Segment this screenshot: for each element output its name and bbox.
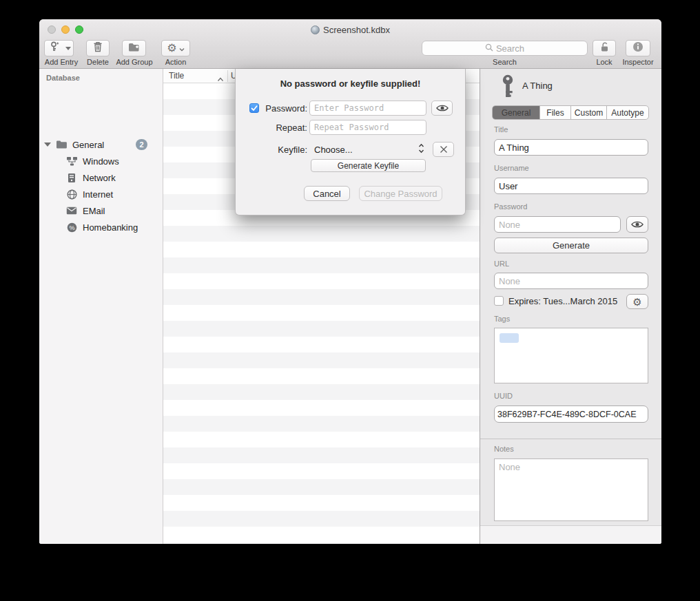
- notes-label: Notes: [494, 445, 514, 453]
- password-input[interactable]: [309, 101, 426, 116]
- sidebar-item-label: Network: [83, 173, 116, 183]
- delete-button[interactable]: [86, 40, 110, 56]
- uuid-field[interactable]: [494, 405, 648, 423]
- titlebar: Screenshot.kdbx: [39, 23, 661, 36]
- add-group-label: Add Group: [112, 58, 156, 66]
- sidebar-item-label: General: [72, 140, 104, 150]
- cancel-button[interactable]: Cancel: [304, 186, 350, 201]
- sidebar-header: Database: [46, 74, 80, 82]
- lock-button[interactable]: [593, 40, 616, 56]
- sidebar-item-network[interactable]: Network: [39, 171, 163, 184]
- app-window: Screenshot.kdbx Add Entry Delete Add Gro…: [39, 19, 661, 544]
- sidebar-item-homebanking[interactable]: % Homebanking: [39, 220, 163, 234]
- uuid-label: UUID: [494, 392, 513, 400]
- keyfile-popup[interactable]: Choose...: [314, 145, 353, 155]
- tags-box[interactable]: [494, 328, 648, 383]
- info-icon: [632, 41, 644, 55]
- lock-label: Lock: [588, 58, 621, 66]
- username-label: Username: [494, 164, 529, 172]
- key-icon: [500, 74, 515, 101]
- delete-label: Delete: [81, 58, 115, 66]
- key-plus-icon: [48, 41, 59, 55]
- add-entry-button[interactable]: [44, 40, 63, 56]
- tag-pill[interactable]: [500, 333, 519, 343]
- action-button[interactable]: ⚙: [161, 40, 190, 56]
- clear-keyfile-button[interactable]: [433, 142, 454, 157]
- percent-circle-icon: %: [65, 222, 78, 233]
- column-divider[interactable]: [227, 70, 228, 82]
- popup-stepper-icon[interactable]: [418, 143, 424, 156]
- entry-count-badge: 2: [136, 139, 147, 150]
- caret-down-icon: [65, 47, 71, 50]
- expires-checkbox[interactable]: [494, 296, 504, 306]
- inspector-button[interactable]: [626, 40, 650, 56]
- tab-general[interactable]: General: [493, 106, 540, 119]
- repeat-label: Repeat:: [262, 123, 307, 133]
- window-title: Screenshot.kdbx: [323, 25, 390, 35]
- action-label: Action: [161, 58, 190, 66]
- sidebar-item-email[interactable]: EMail: [39, 204, 163, 218]
- gear-icon: ⚙: [167, 43, 176, 54]
- password-label: Password: [494, 202, 527, 211]
- password-label: Password:: [262, 103, 307, 114]
- chevron-down-icon: [177, 42, 185, 54]
- sheet-message: No password or keyfile supplied!: [236, 78, 465, 89]
- tab-files[interactable]: Files: [540, 106, 571, 119]
- add-entry-dropdown-button[interactable]: [63, 40, 74, 56]
- tab-custom[interactable]: Custom: [571, 106, 607, 119]
- expires-label: Expires: Tues...March 2015: [508, 296, 617, 306]
- sidebar: Database General 2 Windows Network: [39, 69, 163, 544]
- svg-text:%: %: [69, 224, 74, 231]
- inspector-panel: A Thing General Files Custom Autotype Ti…: [480, 69, 661, 544]
- title-label: Title: [494, 125, 508, 134]
- check-icon: [251, 105, 258, 112]
- url-label: URL: [494, 260, 509, 268]
- sidebar-item-windows[interactable]: Windows: [39, 154, 163, 168]
- envelope-icon: [65, 205, 78, 216]
- change-password-sheet: No password or keyfile supplied! Passwor…: [235, 69, 466, 215]
- inspector-divider: [480, 439, 661, 439]
- generate-password-button[interactable]: Generate: [494, 238, 648, 253]
- repeat-input[interactable]: [309, 120, 426, 135]
- search-input[interactable]: Search: [422, 41, 588, 56]
- document-proxy-icon: [311, 25, 320, 34]
- entry-title: A Thing: [522, 81, 553, 91]
- gear-icon: ⚙: [632, 297, 641, 307]
- sidebar-item-label: EMail: [83, 206, 105, 216]
- password-input[interactable]: [494, 216, 621, 233]
- inspector-footer: [480, 525, 661, 544]
- reveal-password-button[interactable]: [626, 216, 648, 233]
- disclosure-triangle-icon[interactable]: [44, 143, 51, 147]
- tags-label: Tags: [494, 315, 510, 323]
- trash-icon: [93, 41, 103, 55]
- window-chrome: Screenshot.kdbx Add Entry Delete Add Gro…: [39, 19, 661, 69]
- windows-network-icon: [65, 156, 78, 167]
- keyfile-label: Keyfile:: [262, 145, 307, 155]
- add-group-button[interactable]: [122, 40, 146, 56]
- add-entry-label: Add Entry: [41, 58, 82, 66]
- expires-settings-button[interactable]: ⚙: [626, 294, 648, 309]
- eye-icon: [631, 220, 644, 229]
- column-header-title[interactable]: Title: [169, 71, 184, 81]
- url-input[interactable]: [494, 273, 648, 289]
- reveal-password-button[interactable]: [431, 101, 453, 116]
- eye-icon: [436, 104, 449, 112]
- inspector-tabs: General Files Custom Autotype: [492, 105, 649, 120]
- sidebar-item-general[interactable]: General 2: [39, 138, 163, 151]
- password-checkbox[interactable]: [249, 103, 259, 113]
- title-input[interactable]: [494, 139, 648, 156]
- tab-autotype[interactable]: Autotype: [607, 106, 648, 119]
- sidebar-item-label: Internet: [83, 189, 113, 200]
- globe-icon: [65, 189, 78, 200]
- server-icon: [65, 172, 78, 183]
- folder-plus-icon: [128, 42, 140, 55]
- search-icon: [485, 42, 493, 54]
- sidebar-item-label: Windows: [83, 156, 119, 167]
- change-password-button[interactable]: Change Password: [359, 186, 442, 201]
- generate-keyfile-button[interactable]: Generate Keyfile: [311, 159, 426, 172]
- sidebar-item-internet[interactable]: Internet: [39, 187, 163, 201]
- username-input[interactable]: [494, 178, 648, 194]
- search-placeholder: Search: [496, 43, 524, 54]
- notes-textarea[interactable]: [494, 458, 648, 521]
- lock-open-icon: [599, 41, 610, 55]
